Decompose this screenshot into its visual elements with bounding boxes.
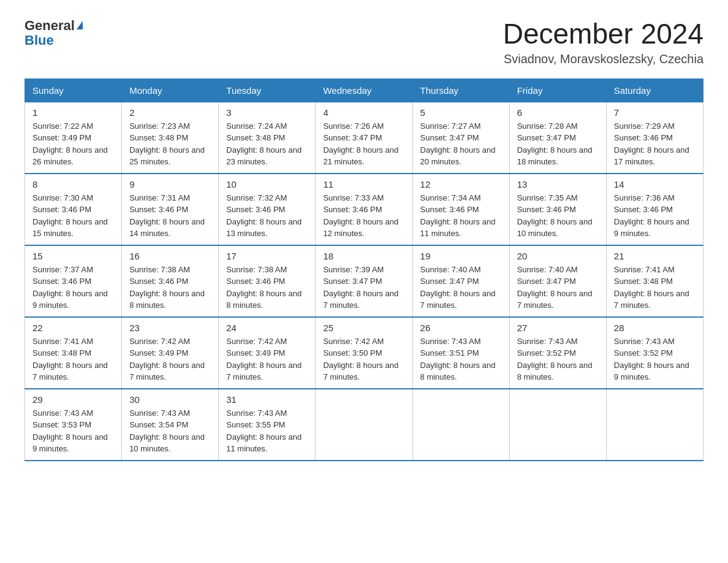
calendar-cell: 28Sunrise: 7:43 AMSunset: 3:52 PMDayligh… (606, 317, 703, 389)
logo-blue-text: Blue (25, 33, 83, 48)
calendar-cell: 14Sunrise: 7:36 AMSunset: 3:46 PMDayligh… (606, 174, 703, 245)
calendar-week-row: 1Sunrise: 7:22 AMSunset: 3:49 PMDaylight… (25, 102, 703, 174)
day-number: 13 (517, 179, 599, 190)
day-number: 22 (32, 323, 114, 333)
calendar-cell (606, 389, 703, 461)
calendar-cell: 8Sunrise: 7:30 AMSunset: 3:46 PMDaylight… (25, 174, 122, 245)
day-number: 9 (129, 179, 211, 190)
weekday-header-wednesday: Wednesday (316, 79, 412, 102)
page-header: General Blue December 2024 Sviadnov, Mor… (25, 18, 703, 66)
day-number: 1 (32, 107, 114, 118)
day-info: Sunrise: 7:42 AMSunset: 3:50 PMDaylight:… (323, 335, 404, 383)
calendar-cell: 12Sunrise: 7:34 AMSunset: 3:46 PMDayligh… (412, 174, 509, 245)
weekday-header-tuesday: Tuesday (219, 79, 316, 102)
calendar-cell: 27Sunrise: 7:43 AMSunset: 3:52 PMDayligh… (509, 317, 606, 389)
day-number: 31 (226, 394, 308, 405)
day-number: 2 (129, 107, 211, 118)
day-info: Sunrise: 7:34 AMSunset: 3:46 PMDaylight:… (420, 192, 502, 240)
day-number: 26 (420, 323, 502, 333)
calendar-cell: 31Sunrise: 7:43 AMSunset: 3:55 PMDayligh… (219, 389, 316, 461)
day-number: 14 (614, 179, 696, 190)
calendar-cell: 25Sunrise: 7:42 AMSunset: 3:50 PMDayligh… (316, 317, 412, 389)
day-info: Sunrise: 7:24 AMSunset: 3:48 PMDaylight:… (226, 120, 308, 168)
day-info: Sunrise: 7:23 AMSunset: 3:48 PMDaylight:… (129, 120, 211, 168)
day-info: Sunrise: 7:43 AMSunset: 3:53 PMDaylight:… (32, 407, 114, 455)
day-number: 12 (420, 179, 502, 190)
day-info: Sunrise: 7:27 AMSunset: 3:47 PMDaylight:… (420, 120, 502, 168)
day-info: Sunrise: 7:41 AMSunset: 3:48 PMDaylight:… (32, 335, 114, 383)
day-info: Sunrise: 7:22 AMSunset: 3:49 PMDaylight:… (32, 120, 114, 168)
calendar-cell: 10Sunrise: 7:32 AMSunset: 3:46 PMDayligh… (219, 174, 316, 245)
day-info: Sunrise: 7:40 AMSunset: 3:47 PMDaylight:… (517, 264, 599, 312)
day-info: Sunrise: 7:39 AMSunset: 3:47 PMDaylight:… (323, 264, 404, 312)
calendar-cell: 3Sunrise: 7:24 AMSunset: 3:48 PMDaylight… (219, 102, 316, 174)
calendar-cell: 23Sunrise: 7:42 AMSunset: 3:49 PMDayligh… (122, 317, 219, 389)
day-number: 24 (226, 323, 308, 333)
calendar-cell (412, 389, 509, 461)
calendar-week-row: 8Sunrise: 7:30 AMSunset: 3:46 PMDaylight… (25, 174, 703, 245)
weekday-header-saturday: Saturday (606, 79, 703, 102)
calendar-cell (509, 389, 606, 461)
calendar-cell: 26Sunrise: 7:43 AMSunset: 3:51 PMDayligh… (412, 317, 509, 389)
weekday-header-row: SundayMondayTuesdayWednesdayThursdayFrid… (25, 79, 703, 102)
day-number: 6 (517, 107, 599, 118)
day-number: 4 (323, 107, 404, 118)
day-info: Sunrise: 7:43 AMSunset: 3:55 PMDaylight:… (226, 407, 308, 455)
calendar-cell: 29Sunrise: 7:43 AMSunset: 3:53 PMDayligh… (25, 389, 122, 461)
day-number: 17 (226, 251, 308, 261)
day-info: Sunrise: 7:40 AMSunset: 3:47 PMDaylight:… (420, 264, 502, 312)
calendar-cell: 2Sunrise: 7:23 AMSunset: 3:48 PMDaylight… (122, 102, 219, 174)
logo: General Blue (25, 18, 83, 48)
calendar-table: SundayMondayTuesdayWednesdayThursdayFrid… (25, 79, 703, 461)
day-number: 27 (517, 323, 599, 333)
day-info: Sunrise: 7:43 AMSunset: 3:52 PMDaylight:… (517, 335, 599, 383)
calendar-cell: 17Sunrise: 7:38 AMSunset: 3:46 PMDayligh… (219, 245, 316, 317)
calendar-cell: 22Sunrise: 7:41 AMSunset: 3:48 PMDayligh… (25, 317, 122, 389)
day-number: 21 (614, 251, 696, 261)
calendar-cell: 19Sunrise: 7:40 AMSunset: 3:47 PMDayligh… (412, 245, 509, 317)
day-info: Sunrise: 7:42 AMSunset: 3:49 PMDaylight:… (226, 335, 308, 383)
day-info: Sunrise: 7:41 AMSunset: 3:48 PMDaylight:… (614, 264, 696, 312)
day-info: Sunrise: 7:30 AMSunset: 3:46 PMDaylight:… (32, 192, 114, 240)
day-info: Sunrise: 7:38 AMSunset: 3:46 PMDaylight:… (129, 264, 211, 312)
calendar-cell: 30Sunrise: 7:43 AMSunset: 3:54 PMDayligh… (122, 389, 219, 461)
day-number: 16 (129, 251, 211, 261)
calendar-cell: 18Sunrise: 7:39 AMSunset: 3:47 PMDayligh… (316, 245, 412, 317)
day-number: 5 (420, 107, 502, 118)
day-info: Sunrise: 7:33 AMSunset: 3:46 PMDaylight:… (323, 192, 404, 240)
calendar-cell (316, 389, 412, 461)
calendar-cell: 6Sunrise: 7:28 AMSunset: 3:47 PMDaylight… (509, 102, 606, 174)
calendar-cell: 21Sunrise: 7:41 AMSunset: 3:48 PMDayligh… (606, 245, 703, 317)
day-info: Sunrise: 7:36 AMSunset: 3:46 PMDaylight:… (614, 192, 696, 240)
day-info: Sunrise: 7:43 AMSunset: 3:54 PMDaylight:… (129, 407, 211, 455)
calendar-cell: 11Sunrise: 7:33 AMSunset: 3:46 PMDayligh… (316, 174, 412, 245)
day-info: Sunrise: 7:43 AMSunset: 3:51 PMDaylight:… (420, 335, 502, 383)
day-number: 25 (323, 323, 404, 333)
day-number: 8 (32, 179, 114, 190)
calendar-cell: 4Sunrise: 7:26 AMSunset: 3:47 PMDaylight… (316, 102, 412, 174)
day-number: 11 (323, 179, 404, 190)
calendar-cell: 20Sunrise: 7:40 AMSunset: 3:47 PMDayligh… (509, 245, 606, 317)
day-number: 15 (32, 251, 114, 261)
calendar-week-row: 22Sunrise: 7:41 AMSunset: 3:48 PMDayligh… (25, 317, 703, 389)
day-info: Sunrise: 7:29 AMSunset: 3:46 PMDaylight:… (614, 120, 696, 168)
month-year-title: December 2024 (503, 18, 703, 50)
day-number: 20 (517, 251, 599, 261)
calendar-cell: 1Sunrise: 7:22 AMSunset: 3:49 PMDaylight… (25, 102, 122, 174)
calendar-cell: 16Sunrise: 7:38 AMSunset: 3:46 PMDayligh… (122, 245, 219, 317)
day-number: 19 (420, 251, 502, 261)
logo-triangle-icon (77, 21, 83, 29)
day-number: 28 (614, 323, 696, 333)
logo-general-text: General (25, 18, 75, 33)
calendar-cell: 13Sunrise: 7:35 AMSunset: 3:46 PMDayligh… (509, 174, 606, 245)
calendar-cell: 24Sunrise: 7:42 AMSunset: 3:49 PMDayligh… (219, 317, 316, 389)
day-info: Sunrise: 7:43 AMSunset: 3:52 PMDaylight:… (614, 335, 696, 383)
day-info: Sunrise: 7:26 AMSunset: 3:47 PMDaylight:… (323, 120, 404, 168)
day-info: Sunrise: 7:31 AMSunset: 3:46 PMDaylight:… (129, 192, 211, 240)
calendar-cell: 5Sunrise: 7:27 AMSunset: 3:47 PMDaylight… (412, 102, 509, 174)
location-subtitle: Sviadnov, Moravskoslezsky, Czechia (503, 52, 703, 66)
calendar-cell: 15Sunrise: 7:37 AMSunset: 3:46 PMDayligh… (25, 245, 122, 317)
calendar-week-row: 15Sunrise: 7:37 AMSunset: 3:46 PMDayligh… (25, 245, 703, 317)
weekday-header-friday: Friday (509, 79, 606, 102)
day-info: Sunrise: 7:38 AMSunset: 3:46 PMDaylight:… (226, 264, 308, 312)
